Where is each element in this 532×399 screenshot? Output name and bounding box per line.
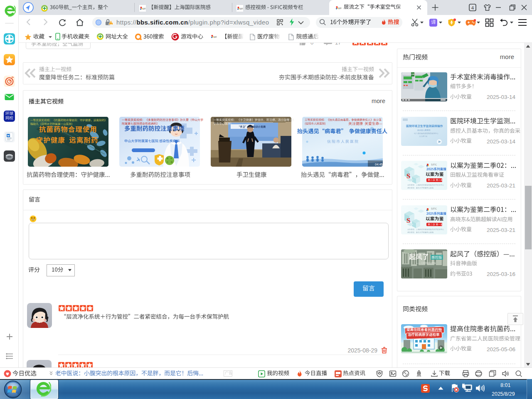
svg-text:SIFIC: SIFIC [142,7,146,10]
svg-text:S: S [406,172,410,180]
svg-text:SIFIC: SIFIC [239,7,243,10]
svg-text:SIFIC: SIFIC [213,36,217,38]
svg-text:SIFIC: SIFIC [338,7,342,10]
svg-text:4: 4 [471,5,474,10]
svg-text:S: S [406,217,410,224]
